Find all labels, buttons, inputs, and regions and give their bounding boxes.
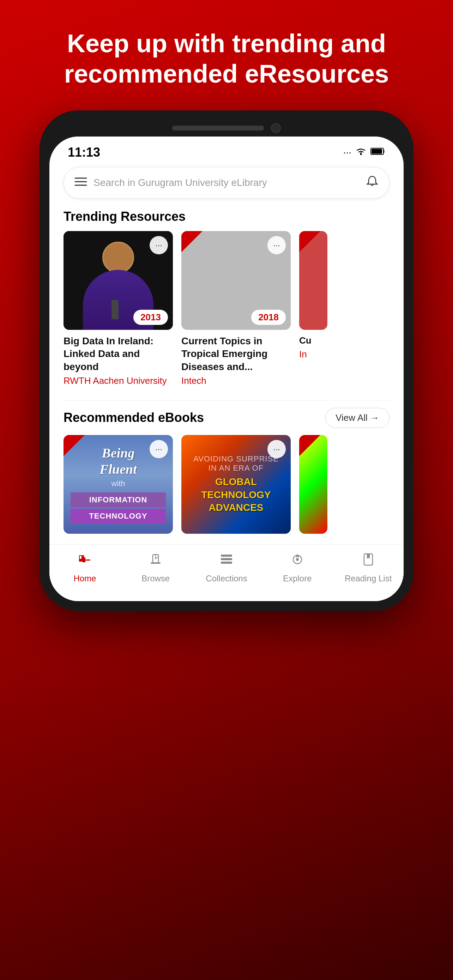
trending-section-header: Trending Resources bbox=[49, 206, 404, 231]
card-title-3-partial: Cu bbox=[299, 335, 327, 347]
svg-rect-2 bbox=[372, 149, 382, 154]
red-corner-2 bbox=[181, 231, 202, 252]
bell-icon[interactable] bbox=[366, 175, 378, 191]
card-image-2: ··· 2018 bbox=[181, 231, 291, 330]
recommended-title: Recommended eBooks bbox=[64, 410, 204, 425]
signal-icon: ··· bbox=[343, 147, 351, 158]
svg-point-0 bbox=[360, 153, 362, 155]
svg-rect-9 bbox=[83, 557, 85, 562]
phone-pill bbox=[172, 126, 264, 130]
phone-screen: 11:13 ··· bbox=[49, 137, 404, 601]
nav-label-home: Home bbox=[73, 574, 96, 584]
card-author-3-partial: In bbox=[299, 349, 327, 360]
card-author-2: Intech bbox=[181, 375, 291, 386]
recommended-card-3-partial bbox=[299, 435, 327, 534]
nav-item-explore[interactable]: Explore bbox=[262, 552, 333, 584]
hero-text: Keep up with trending and recommended eR… bbox=[0, 0, 453, 110]
svg-rect-14 bbox=[221, 562, 232, 564]
card-more-btn-bf[interactable]: ··· bbox=[149, 440, 168, 458]
section-divider bbox=[64, 400, 389, 401]
phone-camera bbox=[271, 123, 281, 133]
card-title-1: Big Data In Ireland: Linked Data and bey… bbox=[64, 335, 173, 373]
trending-card-2[interactable]: ··· 2018 Current Topics in Tropical Emer… bbox=[181, 231, 291, 386]
battery-icon bbox=[370, 147, 385, 158]
being-fluent-card-image: BeingFluent with INFORMATION TECHNOLOGY … bbox=[64, 435, 173, 534]
global-tech-card-image: AVOIDING SURPRISE IN AN ERA OF GLOBAL TE… bbox=[181, 435, 291, 534]
card-title-2: Current Topics in Tropical Emerging Dise… bbox=[181, 335, 291, 373]
hamburger-icon[interactable] bbox=[75, 176, 87, 189]
trending-cards-scroll: ··· 2013 Big Data In Ireland: Linked Dat… bbox=[49, 231, 404, 397]
phone-shell: 11:13 ··· bbox=[40, 110, 413, 611]
phone-top-bar bbox=[49, 120, 404, 133]
nav-label-reading-list: Reading List bbox=[345, 574, 392, 584]
status-icons: ··· bbox=[343, 146, 385, 158]
nav-label-browse: Browse bbox=[141, 574, 170, 584]
nav-item-collections[interactable]: Collections bbox=[191, 552, 262, 584]
browse-icon bbox=[148, 552, 163, 571]
card-author-1: RWTH Aachen University bbox=[64, 375, 173, 386]
svg-rect-7 bbox=[80, 556, 81, 559]
red-corner-bf bbox=[64, 435, 85, 456]
card-more-btn-1[interactable]: ··· bbox=[149, 236, 168, 255]
collections-icon bbox=[219, 552, 234, 571]
explore-icon bbox=[290, 552, 305, 571]
svg-point-17 bbox=[296, 558, 299, 561]
trending-card-3-partial: Cu In bbox=[299, 231, 327, 386]
search-bar[interactable]: Search in Gurugram University eLibrary bbox=[64, 167, 389, 199]
wifi-icon bbox=[355, 146, 367, 158]
trending-title: Trending Resources bbox=[64, 209, 186, 224]
card-image-3-partial bbox=[299, 231, 327, 330]
recommended-cards-scroll: BeingFluent with INFORMATION TECHNOLOGY … bbox=[49, 435, 404, 544]
status-bar: 11:13 ··· bbox=[49, 137, 404, 163]
recommended-card-1[interactable]: BeingFluent with INFORMATION TECHNOLOGY … bbox=[64, 435, 173, 534]
view-all-button[interactable]: View All → bbox=[325, 408, 389, 428]
svg-marker-19 bbox=[367, 554, 370, 559]
nav-item-browse[interactable]: Browse bbox=[120, 552, 191, 584]
nav-label-explore: Explore bbox=[283, 574, 312, 584]
bottom-nav: Home Browse bbox=[49, 544, 404, 601]
reading-list-icon bbox=[361, 552, 376, 571]
card-more-btn-gt[interactable]: ··· bbox=[267, 440, 286, 458]
card-year-1: 2013 bbox=[134, 310, 168, 325]
card-more-btn-2[interactable]: ··· bbox=[267, 236, 286, 255]
svg-rect-12 bbox=[221, 555, 232, 557]
red-corner-3 bbox=[299, 231, 320, 252]
nav-label-collections: Collections bbox=[206, 574, 247, 584]
trending-card-1[interactable]: ··· 2013 Big Data In Ireland: Linked Dat… bbox=[64, 231, 173, 386]
search-input[interactable]: Search in Gurugram University eLibrary bbox=[94, 177, 359, 188]
home-icon bbox=[77, 552, 92, 571]
svg-rect-13 bbox=[221, 558, 232, 560]
card-image-1: ··· 2013 bbox=[64, 231, 173, 330]
red-corner-r3 bbox=[299, 435, 320, 456]
recommended-card-2[interactable]: AVOIDING SURPRISE IN AN ERA OF GLOBAL TE… bbox=[181, 435, 291, 534]
nav-item-home[interactable]: Home bbox=[49, 552, 120, 584]
status-time: 11:13 bbox=[68, 145, 100, 160]
card-year-2: 2018 bbox=[251, 310, 286, 325]
recommended-section-header: Recommended eBooks View All → bbox=[49, 404, 404, 435]
nav-item-reading-list[interactable]: Reading List bbox=[333, 552, 404, 584]
recommended-card-3-partial-img bbox=[299, 435, 327, 534]
